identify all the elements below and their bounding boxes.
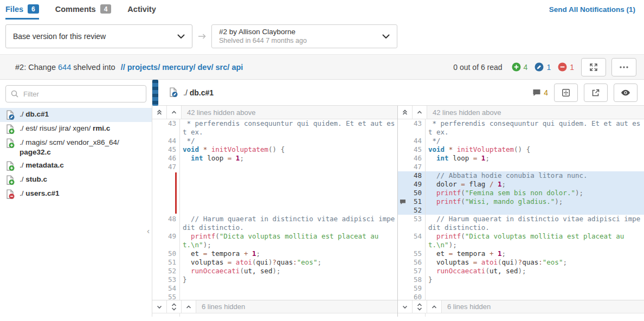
collapse-all-icon (562, 88, 570, 97)
more-icon (620, 66, 628, 68)
line-number: 54 (162, 284, 180, 293)
chevron-down-icon (402, 304, 408, 310)
tab-label: Activity (127, 5, 156, 14)
chevron-down-icon (382, 34, 390, 39)
file-comment-count[interactable]: 4 (532, 88, 548, 97)
line-number: 56 (407, 258, 426, 267)
diff-pane-right: 42 lines hidden above43 * perferendis co… (398, 106, 644, 317)
code-line: 53} (152, 275, 397, 284)
line-number: 46 (407, 154, 426, 163)
code-rows: 43 * perferendis consequuntur qui quidem… (152, 119, 397, 300)
line-number: 46 (162, 154, 180, 163)
hidden-lines-label: 6 lines hidden (447, 300, 491, 313)
code-line: 46 int loop = 1; (398, 154, 644, 163)
file-item[interactable]: ./ est/ risus/ jira/ xgen/ rmi.c (0, 122, 152, 136)
expand-above-bar: 42 lines hidden above (152, 106, 397, 119)
file-filter-input[interactable] (5, 85, 146, 102)
tab-files[interactable]: Files6 (5, 4, 39, 20)
line-number: 43 (162, 119, 180, 137)
line-number: 47 (162, 163, 180, 171)
file-item[interactable]: ./ magis/ scm/ vendor_x86_64/ page32.c (0, 136, 152, 159)
file-item[interactable]: ./ stub.c (0, 173, 152, 187)
line-number: 51 (407, 197, 426, 206)
tab-count-badge: 4 (100, 4, 112, 14)
tab-label: Files (5, 5, 23, 14)
code-line: 51 voluptas = atoi(qui)?quas:"eos"; (152, 258, 397, 267)
open-in-new-icon (591, 88, 600, 97)
tab-activity[interactable]: Activity (127, 4, 156, 20)
line-number: 49 (162, 232, 180, 249)
line-number: 44 (407, 137, 426, 145)
expand-above-bar: 42 lines hidden above (398, 106, 644, 119)
file-path: ./ stub.c (20, 175, 47, 184)
chevrons-up-button[interactable] (152, 106, 167, 119)
code-line: 54 (152, 284, 397, 293)
sidebar-collapse-handle[interactable]: ‹ (147, 227, 150, 235)
line-comment-icon[interactable] (400, 199, 406, 205)
code-line: 45void * initVoluptatem() { (398, 145, 644, 154)
collapse-all-button[interactable] (554, 84, 578, 102)
diff-panel: ‹ ./ db.c#1 4 42 lines hidden above43 * … (152, 80, 644, 317)
code-line: 53 // Harum quaerat in distinctio vitae … (398, 215, 644, 232)
target-version-subtitle: Shelved in 644 7 months ago (219, 37, 382, 45)
deleted-files-icon (558, 62, 567, 72)
file-path: ./ est/ risus/ jira/ xgen/ rmi.c (20, 124, 110, 133)
eye-button[interactable] (614, 84, 637, 102)
tab-comments[interactable]: Comments4 (55, 4, 112, 20)
open-in-new-button[interactable] (584, 84, 608, 102)
chevrons-up-icon (402, 109, 408, 115)
unfold-button[interactable] (167, 300, 182, 313)
search-icon (10, 89, 19, 98)
expand-below-bar: 6 lines hidden (152, 300, 397, 313)
chevron-up-button[interactable] (427, 300, 442, 313)
chevron-up-button[interactable] (167, 106, 182, 119)
code-line: 43 * perferendis consequuntur qui quidem… (152, 119, 397, 137)
code-line: 49 printf("Dicta voluptas mollitia est p… (152, 232, 397, 249)
unfold-button[interactable] (413, 300, 427, 313)
line-number: 45 (162, 145, 180, 154)
file-edit-icon (5, 110, 15, 120)
chevron-down-button[interactable] (398, 300, 413, 313)
version-selector-row: Base version for this review #2 by Allis… (0, 18, 644, 49)
file-list-sidebar: ./ db.c#1./ est/ risus/ jira/ xgen/ rmi.… (0, 80, 152, 317)
read-status-text: 0 out of 6 read (453, 63, 502, 72)
fullscreen-button[interactable] (581, 58, 606, 76)
code-line: 58} (398, 275, 644, 284)
change-number-link[interactable]: 644 (58, 63, 71, 72)
hidden-lines-label: 6 lines hidden (202, 300, 245, 313)
deleted-lines-marker (175, 172, 177, 214)
send-all-notifications-link[interactable]: Send All Notifications (1) (549, 4, 635, 14)
fullscreen-icon (589, 63, 598, 72)
line-number: 44 (162, 137, 180, 145)
review-tab-bar: Files6Comments4Activity Send All Notific… (0, 0, 644, 18)
file-add-icon (5, 161, 15, 171)
chevron-up-icon (416, 109, 423, 115)
deleted-files-count: 1 (570, 63, 574, 72)
added-files-count: 4 (524, 63, 528, 72)
file-item[interactable]: ./ db.c#1 (0, 108, 152, 122)
eye-icon (621, 89, 630, 96)
line-number: 57 (407, 267, 426, 275)
chevrons-up-button[interactable] (398, 106, 413, 119)
line-number: 60 (407, 293, 426, 300)
chevrons-up-icon (156, 109, 163, 115)
file-item[interactable]: ./ users.c#1 (0, 187, 152, 201)
tab-label: Comments (55, 5, 96, 14)
line-number: 55 (407, 249, 426, 258)
base-version-dropdown[interactable]: Base version for this review (5, 24, 192, 48)
chevron-up-button[interactable] (182, 300, 196, 313)
chevron-down-button[interactable] (152, 300, 167, 313)
file-delete-icon (5, 189, 15, 200)
hidden-lines-label: 42 lines hidden above (187, 106, 256, 119)
depot-path-link[interactable]: // projects/ mercury/ dev/ src/ api (121, 63, 243, 72)
chevron-up-button[interactable] (413, 106, 427, 119)
file-item[interactable]: ./ metadata.c (0, 159, 152, 173)
chevron-up-icon (171, 109, 177, 115)
target-version-dropdown[interactable]: #2 by Allison Clayborne Shelved in 644 7… (211, 24, 397, 48)
line-number: 51 (162, 258, 180, 267)
line-number: 48 (162, 215, 180, 232)
file-add-icon (5, 175, 15, 185)
more-button[interactable] (611, 58, 636, 76)
next-chunk-sliver (152, 313, 397, 317)
code-line: 45void * initVoluptatem() { (152, 145, 397, 154)
